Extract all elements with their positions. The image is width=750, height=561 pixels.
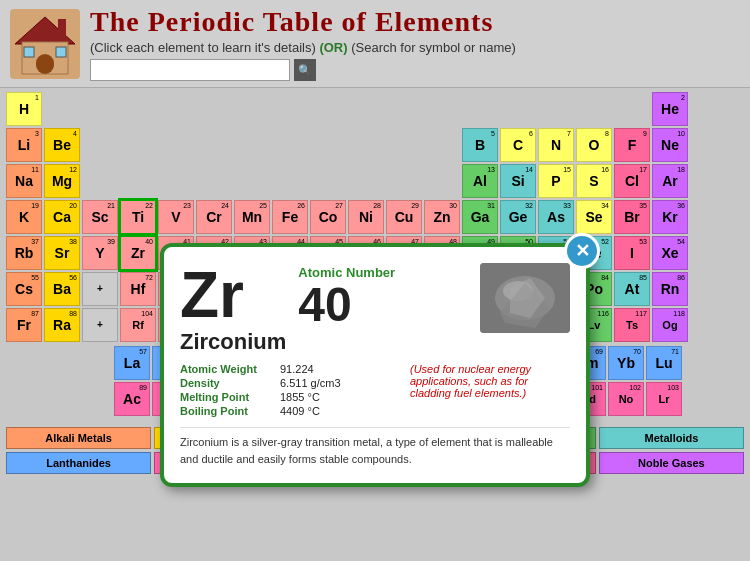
element-Sc[interactable]: 21Sc bbox=[82, 200, 118, 234]
element-Xe[interactable]: 54Xe bbox=[652, 236, 688, 270]
element-Cu[interactable]: 29Cu bbox=[386, 200, 422, 234]
table-container: 1H 2He 3Li 4Be 5B 6C 7N 8O 9F 10Ne 11Na … bbox=[0, 88, 750, 420]
element-Hf[interactable]: 72Hf bbox=[120, 272, 156, 306]
element-K[interactable]: 19K bbox=[6, 200, 42, 234]
element-Ar[interactable]: 18Ar bbox=[652, 164, 688, 198]
element-Ac[interactable]: 89Ac bbox=[114, 382, 150, 416]
prop-atomic-weight: Atomic Weight 91.224 bbox=[180, 363, 400, 375]
element-image bbox=[480, 263, 570, 333]
element-Og[interactable]: 118Og bbox=[652, 308, 688, 342]
element-F[interactable]: 9F bbox=[614, 128, 650, 162]
element-Ba[interactable]: 56Ba bbox=[44, 272, 80, 306]
element-Zr[interactable]: 40Zr bbox=[120, 236, 156, 270]
search-input[interactable] bbox=[90, 59, 290, 81]
element-Na[interactable]: 11Na bbox=[6, 164, 42, 198]
popup-name: Zirconium bbox=[180, 329, 286, 355]
element-Rb[interactable]: 37Rb bbox=[6, 236, 42, 270]
element-H[interactable]: 1H bbox=[6, 92, 42, 126]
legend-noble-gases[interactable]: Noble Gases bbox=[599, 452, 744, 474]
popup-use: (Used for nuclear energy applications, s… bbox=[410, 363, 570, 419]
element-I[interactable]: 53I bbox=[614, 236, 650, 270]
popup-atomic-number: 40 bbox=[298, 281, 468, 329]
element-Ge[interactable]: 32Ge bbox=[500, 200, 536, 234]
element-Li[interactable]: 3Li bbox=[6, 128, 42, 162]
popup-header: Zr Zirconium Atomic Number 40 bbox=[180, 263, 570, 355]
element-Ti[interactable]: 22Ti bbox=[120, 200, 156, 234]
house-icon[interactable] bbox=[10, 9, 80, 79]
element-N[interactable]: 7N bbox=[538, 128, 574, 162]
element-Ca[interactable]: 20Ca bbox=[44, 200, 80, 234]
popup-close-button[interactable]: ✕ bbox=[564, 233, 600, 269]
popup-description: Zirconium is a silver-gray transition me… bbox=[180, 427, 570, 467]
element-Fr[interactable]: 87Fr bbox=[6, 308, 42, 342]
popup-symbol: Zr bbox=[180, 263, 286, 327]
search-button[interactable]: 🔍 bbox=[294, 59, 316, 81]
svg-rect-6 bbox=[58, 19, 66, 37]
element-He[interactable]: 2He bbox=[652, 92, 688, 126]
subtitle-before: (Click each element to learn it's detail… bbox=[90, 40, 316, 55]
element-P[interactable]: 15P bbox=[538, 164, 574, 198]
prop-boil-value: 4409 °C bbox=[280, 405, 400, 417]
prop-den-label: Density bbox=[180, 377, 280, 389]
element-La[interactable]: 57La bbox=[114, 346, 150, 380]
prop-melt-label: Melting Point bbox=[180, 391, 280, 403]
element-B[interactable]: 5B bbox=[462, 128, 498, 162]
element-Se[interactable]: 34Se bbox=[576, 200, 612, 234]
element-At[interactable]: 85At bbox=[614, 272, 650, 306]
element-La-placeholder: + bbox=[82, 272, 118, 306]
header: The Periodic Table of Elements (Click ea… bbox=[0, 0, 750, 88]
element-Ne[interactable]: 10Ne bbox=[652, 128, 688, 162]
element-Al[interactable]: 13Al bbox=[462, 164, 498, 198]
element-Mg[interactable]: 12Mg bbox=[44, 164, 80, 198]
prop-boil-label: Boiling Point bbox=[180, 405, 280, 417]
header-right: The Periodic Table of Elements (Click ea… bbox=[90, 6, 740, 81]
element-Br[interactable]: 35Br bbox=[614, 200, 650, 234]
element-Yb[interactable]: 70Yb bbox=[608, 346, 644, 380]
svg-rect-3 bbox=[36, 54, 54, 74]
prop-density: Density 6.511 g/cm3 bbox=[180, 377, 400, 389]
element-S[interactable]: 16S bbox=[576, 164, 612, 198]
element-Zn[interactable]: 30Zn bbox=[424, 200, 460, 234]
element-O[interactable]: 8O bbox=[576, 128, 612, 162]
svg-rect-4 bbox=[24, 47, 34, 57]
element-Ac-placeholder: + bbox=[82, 308, 118, 342]
element-Lu[interactable]: 71Lu bbox=[646, 346, 682, 380]
element-Cl[interactable]: 17Cl bbox=[614, 164, 650, 198]
prop-boiling: Boiling Point 4409 °C bbox=[180, 405, 400, 417]
header-subtitle: (Click each element to learn it's detail… bbox=[90, 40, 740, 55]
element-Ni[interactable]: 28Ni bbox=[348, 200, 384, 234]
element-No[interactable]: 102No bbox=[608, 382, 644, 416]
element-V[interactable]: 23V bbox=[158, 200, 194, 234]
element-Rf[interactable]: 104Rf bbox=[120, 308, 156, 342]
element-Ts[interactable]: 117Ts bbox=[614, 308, 650, 342]
element-Ga[interactable]: 31Ga bbox=[462, 200, 498, 234]
prop-aw-value: 91.224 bbox=[280, 363, 400, 375]
subtitle-after: (Search for symbol or name) bbox=[351, 40, 516, 55]
element-Cr[interactable]: 24Cr bbox=[196, 200, 232, 234]
element-Si[interactable]: 14Si bbox=[500, 164, 536, 198]
prop-melt-value: 1855 °C bbox=[280, 391, 400, 403]
element-Y[interactable]: 39Y bbox=[82, 236, 118, 270]
prop-melting: Melting Point 1855 °C bbox=[180, 391, 400, 403]
element-Fe[interactable]: 26Fe bbox=[272, 200, 308, 234]
search-row: 🔍 bbox=[90, 59, 740, 81]
element-Ra[interactable]: 88Ra bbox=[44, 308, 80, 342]
element-Lr[interactable]: 103Lr bbox=[646, 382, 682, 416]
element-Cs[interactable]: 55Cs bbox=[6, 272, 42, 306]
legend-alkali-metals[interactable]: Alkali Metals bbox=[6, 427, 151, 449]
popup-properties: Atomic Weight 91.224 Density 6.511 g/cm3… bbox=[180, 363, 400, 419]
prop-aw-label: Atomic Weight bbox=[180, 363, 280, 375]
element-C[interactable]: 6C bbox=[500, 128, 536, 162]
element-Be[interactable]: 4Be bbox=[44, 128, 80, 162]
legend-metalloids[interactable]: Metalloids bbox=[599, 427, 744, 449]
page-title: The Periodic Table of Elements bbox=[90, 6, 740, 38]
popup-header-right: Atomic Number 40 bbox=[298, 263, 468, 329]
element-Sr[interactable]: 38Sr bbox=[44, 236, 80, 270]
element-Rn[interactable]: 86Rn bbox=[652, 272, 688, 306]
element-Kr[interactable]: 36Kr bbox=[652, 200, 688, 234]
legend-lanthanides[interactable]: Lanthanides bbox=[6, 452, 151, 474]
element-Co[interactable]: 27Co bbox=[310, 200, 346, 234]
element-As[interactable]: 33As bbox=[538, 200, 574, 234]
popup-body: Atomic Weight 91.224 Density 6.511 g/cm3… bbox=[180, 363, 570, 419]
element-Mn[interactable]: 25Mn bbox=[234, 200, 270, 234]
